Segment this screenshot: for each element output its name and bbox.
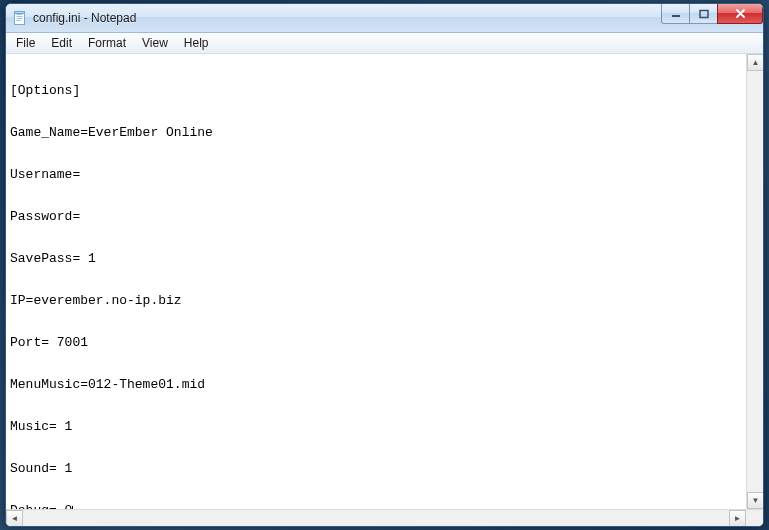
line: SavePass= 1 [10, 252, 742, 266]
menubar: File Edit Format View Help [6, 33, 763, 54]
titlebar[interactable]: config.ini - Notepad [6, 4, 763, 33]
line: Username= [10, 168, 742, 182]
notepad-window: config.ini - Notepad File Edit Format Vi… [5, 3, 764, 527]
svg-rect-6 [672, 15, 680, 17]
line: Game_Name=EverEmber Online [10, 126, 742, 140]
resize-grip[interactable] [746, 510, 763, 527]
line: MenuMusic=012-Theme01.mid [10, 378, 742, 392]
menu-help[interactable]: Help [176, 33, 217, 53]
line: [Options] [10, 84, 742, 98]
scroll-right-button[interactable]: ► [729, 510, 746, 527]
close-button[interactable] [717, 4, 763, 24]
svg-rect-5 [15, 12, 25, 14]
text-editor[interactable]: [Options] Game_Name=EverEmber Online Use… [6, 54, 746, 526]
window-controls [662, 4, 763, 24]
svg-rect-7 [700, 10, 708, 17]
line: Port= 7001 [10, 336, 742, 350]
vertical-scroll-track[interactable] [747, 71, 763, 492]
vertical-scrollbar[interactable]: ▲ ▼ [746, 54, 763, 526]
line: Password= [10, 210, 742, 224]
menu-file[interactable]: File [8, 33, 43, 53]
line: Music= 1 [10, 420, 742, 434]
window-title: config.ini - Notepad [33, 11, 136, 25]
line: IP=everember.no-ip.biz [10, 294, 742, 308]
menu-view[interactable]: View [134, 33, 176, 53]
horizontal-scrollbar[interactable]: ◄ ► [6, 509, 763, 526]
menu-edit[interactable]: Edit [43, 33, 80, 53]
scroll-up-button[interactable]: ▲ [747, 54, 764, 71]
maximize-button[interactable] [689, 4, 718, 24]
notepad-icon [12, 10, 28, 26]
minimize-button[interactable] [661, 4, 690, 24]
scroll-down-button[interactable]: ▼ [747, 492, 764, 509]
line: Sound= 1 [10, 462, 742, 476]
scroll-left-button[interactable]: ◄ [6, 510, 23, 527]
horizontal-scroll-track[interactable] [23, 510, 729, 526]
editor-area: [Options] Game_Name=EverEmber Online Use… [6, 54, 763, 526]
menu-format[interactable]: Format [80, 33, 134, 53]
